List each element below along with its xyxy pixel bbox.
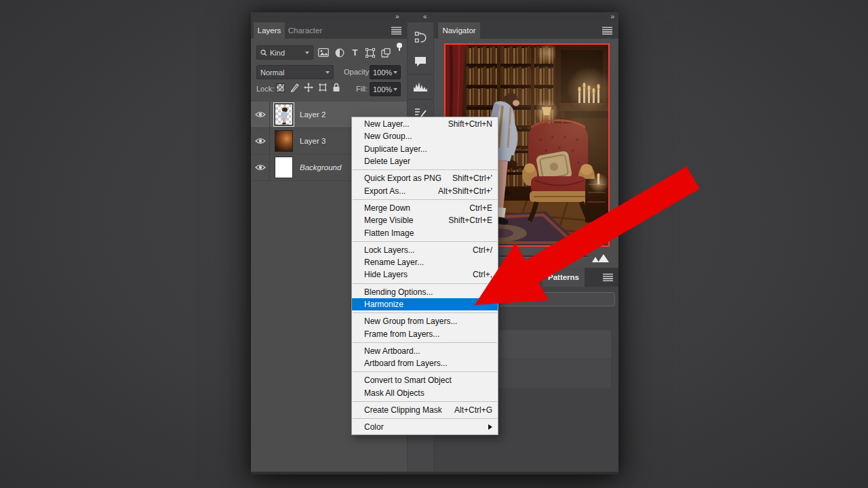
panel-menu-icon[interactable] xyxy=(603,273,613,281)
menu-separator xyxy=(352,239,498,244)
menu-item-artboard-from-layers[interactable]: Artboard from Layers... xyxy=(352,357,498,369)
navigator-tabbar: Navigator xyxy=(434,22,618,39)
layer-name[interactable]: Background xyxy=(300,163,341,171)
adjustment-layers-filter-icon[interactable] xyxy=(334,47,345,58)
submenu-arrow-icon xyxy=(488,424,492,430)
chevron-down-icon xyxy=(326,71,330,74)
panel-menu-icon[interactable] xyxy=(391,26,401,35)
menu-item-merge-down[interactable]: Merge DownCtrl+E xyxy=(352,202,498,214)
zoom-in-mountains-icon[interactable] xyxy=(592,253,610,264)
blend-mode-value: Normal xyxy=(260,68,284,77)
shape-layers-filter-icon[interactable] xyxy=(364,47,376,58)
menu-item-new-group-from-layers[interactable]: New Group from Layers... xyxy=(352,315,498,327)
visibility-eye-icon[interactable] xyxy=(251,102,270,127)
lock-position-icon[interactable] xyxy=(303,82,313,93)
menu-item-new-artboard[interactable]: New Artboard... xyxy=(352,345,498,357)
collapse-right-panels-icon[interactable]: » xyxy=(610,13,615,20)
dock-header: » « » xyxy=(251,12,618,22)
lock-artboard-nesting-icon[interactable] xyxy=(317,82,328,93)
collapse-left-panels-icon[interactable]: » xyxy=(395,13,400,20)
opacity-label: Opacity: xyxy=(344,68,371,76)
menu-item-delete-layer[interactable]: Delete Layer xyxy=(352,155,498,167)
fill-label: Fill: xyxy=(356,85,368,93)
menu-separator xyxy=(352,197,498,202)
chevron-down-icon xyxy=(305,52,309,54)
chevron-down-icon xyxy=(393,71,397,74)
lock-image-pixels-icon[interactable] xyxy=(290,82,300,93)
tab-navigator[interactable]: Navigator xyxy=(438,22,480,39)
fill-value: 100% xyxy=(373,85,392,94)
menu-separator xyxy=(352,281,498,286)
histogram-panel-icon[interactable] xyxy=(408,75,433,100)
menu-separator xyxy=(352,340,498,345)
menu-item-export-as[interactable]: Export As...Alt+Shift+Ctrl+' xyxy=(352,184,498,197)
history-panel-icon[interactable] xyxy=(408,24,433,49)
menu-separator xyxy=(352,369,498,374)
layers-panel-tabbar: Layers Character xyxy=(251,22,407,39)
menu-separator xyxy=(352,167,498,172)
filter-kind-dropdown[interactable]: Kind xyxy=(256,45,313,60)
menu-separator xyxy=(352,399,498,404)
menu-item-duplicate-layer[interactable]: Duplicate Layer... xyxy=(352,143,498,155)
menu-item-rename-layer[interactable]: Rename Layer... xyxy=(352,256,498,268)
comments-panel-icon[interactable] xyxy=(408,49,433,75)
blend-mode-dropdown[interactable]: Normal xyxy=(256,65,334,79)
menu-item-convert-to-smart-object[interactable]: Convert to Smart Object xyxy=(352,374,498,386)
patterns-search-text: s xyxy=(503,295,507,303)
desktop-background: » « » Layers Character Kind xyxy=(0,0,868,488)
navigator-zoom-slider-track[interactable] xyxy=(499,256,587,258)
menu-item-lock-layers[interactable]: Lock Layers...Ctrl+/ xyxy=(352,244,498,256)
menu-item-create-clipping-mask[interactable]: Create Clipping MaskAlt+Ctrl+G xyxy=(352,404,498,416)
layer-thumbnail[interactable] xyxy=(275,157,293,178)
opacity-value: 100% xyxy=(373,68,392,77)
menu-item-new-layer[interactable]: New Layer...Shift+Ctrl+N xyxy=(352,118,498,130)
lock-transparent-pixels-icon[interactable] xyxy=(275,82,285,93)
dock-bottom-edge xyxy=(251,472,618,474)
tab-layers[interactable]: Layers xyxy=(254,22,285,39)
opacity-field[interactable]: 100% xyxy=(370,65,401,79)
expand-icon-strip-icon[interactable]: « xyxy=(423,13,428,20)
menu-item-frame-from-layers[interactable]: Frame from Layers... xyxy=(352,327,498,340)
pixel-layers-filter-icon[interactable] xyxy=(317,47,329,58)
visibility-eye-icon[interactable] xyxy=(251,155,270,180)
layer-name[interactable]: Layer 2 xyxy=(300,110,326,119)
menu-item-harmonize[interactable]: Harmonize xyxy=(352,298,498,310)
filter-toggle-icon[interactable] xyxy=(397,43,402,48)
navigator-zoom-slider-thumb[interactable] xyxy=(526,258,537,265)
menu-item-blending-options[interactable]: Blending Options... xyxy=(352,286,498,298)
tab-patterns[interactable]: Patterns xyxy=(542,268,585,287)
layer-name[interactable]: Layer 3 xyxy=(300,137,326,145)
menu-item-mask-all-objects[interactable]: Mask All Objects xyxy=(352,387,498,399)
lock-all-icon[interactable] xyxy=(331,82,341,93)
menu-item-new-group[interactable]: New Group... xyxy=(352,130,498,142)
tab-character[interactable]: Character xyxy=(285,22,326,39)
menu-separator xyxy=(352,310,498,315)
layers-context-menu: New Layer...Shift+Ctrl+N New Group... Du… xyxy=(351,117,498,435)
chevron-down-icon xyxy=(393,88,397,91)
menu-item-color[interactable]: Color xyxy=(352,421,498,433)
search-icon xyxy=(260,49,267,56)
visibility-eye-icon[interactable] xyxy=(251,128,270,154)
fill-field[interactable]: 100% xyxy=(370,82,401,96)
menu-item-flatten-image[interactable]: Flatten Image xyxy=(352,226,498,239)
lock-label: Lock: xyxy=(256,85,274,93)
menu-item-quick-export-png[interactable]: Quick Export as PNGShift+Ctrl+' xyxy=(352,172,498,184)
layer-thumbnail[interactable] xyxy=(275,104,293,125)
smart-objects-filter-icon[interactable] xyxy=(380,47,391,58)
menu-item-hide-layers[interactable]: Hide LayersCtrl+, xyxy=(352,268,498,281)
menu-separator xyxy=(352,416,498,421)
type-layers-filter-icon[interactable]: T xyxy=(349,47,361,58)
layer-thumbnail[interactable] xyxy=(275,130,293,152)
menu-item-merge-visible[interactable]: Merge VisibleShift+Ctrl+E xyxy=(352,214,498,226)
panel-menu-icon[interactable] xyxy=(602,26,612,35)
filter-kind-label: Kind xyxy=(270,49,285,57)
tab-gradients[interactable]: Gradients xyxy=(499,268,542,287)
